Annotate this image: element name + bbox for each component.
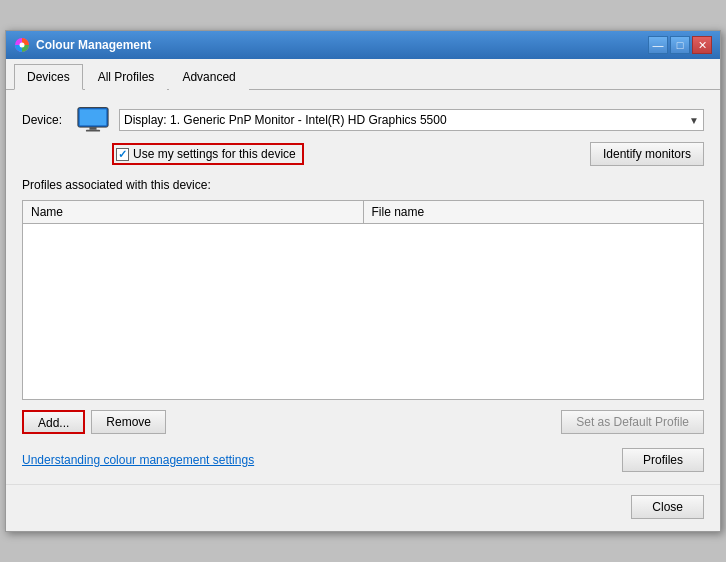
minimize-button[interactable]: — [648, 36, 668, 54]
profiles-table: Name File name [22, 200, 704, 400]
tab-all-profiles[interactable]: All Profiles [85, 64, 168, 90]
profiles-table-body[interactable] [23, 224, 703, 389]
svg-point-1 [20, 43, 25, 48]
main-content: Device: Display: 1. Generic PnP Monitor … [6, 90, 720, 484]
chevron-down-icon: ▼ [689, 115, 699, 126]
checkmark-icon: ✓ [118, 148, 127, 161]
window-close-button[interactable]: ✕ [692, 36, 712, 54]
maximize-button[interactable]: □ [670, 36, 690, 54]
device-value: Display: 1. Generic PnP Monitor - Intel(… [124, 113, 689, 127]
window-title: Colour Management [36, 38, 151, 52]
device-dropdown[interactable]: Display: 1. Generic PnP Monitor - Intel(… [119, 109, 704, 131]
tab-advanced[interactable]: Advanced [169, 64, 248, 90]
profiles-table-header: Name File name [23, 201, 703, 224]
profiles-section-label: Profiles associated with this device: [22, 178, 704, 192]
device-label: Device: [22, 113, 67, 127]
svg-rect-5 [86, 130, 100, 132]
title-bar-left: Colour Management [14, 37, 151, 53]
tab-devices[interactable]: Devices [14, 64, 83, 90]
close-row: Close [6, 484, 720, 531]
add-button[interactable]: Add... [22, 410, 85, 434]
checkbox-label: Use my settings for this device [133, 147, 296, 161]
close-button[interactable]: Close [631, 495, 704, 519]
svg-rect-3 [80, 109, 107, 125]
color-wheel-icon [14, 37, 30, 53]
title-bar: Colour Management — □ ✕ [6, 31, 720, 59]
col-name-header: Name [23, 201, 364, 223]
understanding-link[interactable]: Understanding colour management settings [22, 453, 254, 467]
svg-rect-4 [89, 127, 96, 130]
col-filename-header: File name [364, 201, 704, 223]
checkbox-outline: ✓ Use my settings for this device [112, 143, 304, 165]
checkbox-identify-row: ✓ Use my settings for this device Identi… [112, 142, 704, 166]
title-controls: — □ ✕ [648, 36, 712, 54]
footer-row: Understanding colour management settings… [22, 448, 704, 472]
tab-bar: Devices All Profiles Advanced [6, 59, 720, 90]
colour-management-window: Colour Management — □ ✕ Devices All Prof… [5, 30, 721, 532]
profiles-button[interactable]: Profiles [622, 448, 704, 472]
remove-button[interactable]: Remove [91, 410, 166, 434]
identify-monitors-button[interactable]: Identify monitors [590, 142, 704, 166]
device-row: Device: Display: 1. Generic PnP Monitor … [22, 106, 704, 134]
set-default-profile-button[interactable]: Set as Default Profile [561, 410, 704, 434]
bottom-buttons: Add... Remove Set as Default Profile [22, 410, 704, 434]
use-my-settings-checkbox[interactable]: ✓ [116, 148, 129, 161]
monitor-icon [77, 106, 109, 134]
